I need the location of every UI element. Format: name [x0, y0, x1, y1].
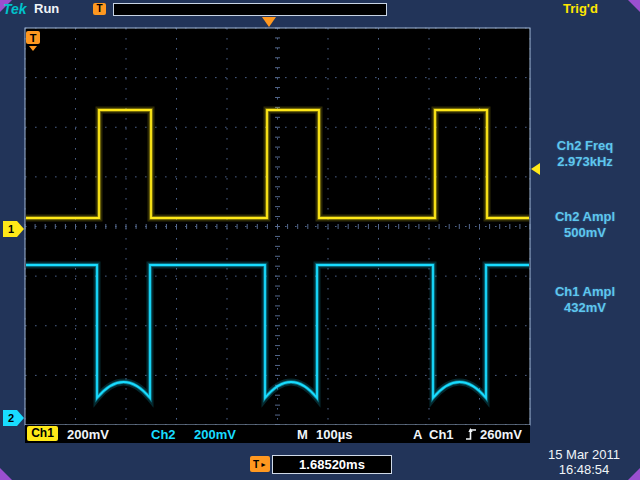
date-text: 15 Mar 2011: [528, 447, 640, 462]
trigger-position-value: 1.68520ms: [272, 455, 392, 474]
trigger-source: Ch1: [429, 427, 454, 442]
measurement-ch2-ampl: Ch2 Ampl 500mV: [530, 209, 640, 241]
rising-edge-icon: [465, 427, 477, 445]
trigger-marker-icon: T: [93, 3, 106, 15]
scale-status-bar: Ch1 200mV Ch2 200mV M 100µs A Ch1 260mV: [25, 425, 530, 443]
measurement-value: 500mV: [530, 225, 640, 241]
record-position-bar: [113, 3, 387, 16]
trigger-position-marker: [262, 17, 276, 27]
ch1-scale: 200mV: [67, 427, 109, 442]
corner-accent: [628, 0, 640, 12]
right-arrow-icon: ►: [260, 461, 267, 468]
datetime-readout: 15 Mar 2011 16:48:54: [528, 447, 640, 477]
measurement-label: Ch1 Ampl: [530, 284, 640, 300]
svg-text:1: 1: [8, 223, 14, 235]
measurement-label: Ch2 Ampl: [530, 209, 640, 225]
measurement-ch2-freq: Ch2 Freq 2.973kHz: [530, 138, 640, 170]
measurement-ch1-ampl: Ch1 Ampl 432mV: [530, 284, 640, 316]
ch2-ground-marker: 2: [3, 410, 24, 426]
svg-text:2: 2: [8, 412, 14, 424]
ch2-label: Ch2: [151, 427, 176, 442]
measurement-value: 2.973kHz: [530, 154, 640, 170]
acquisition-state: Run: [34, 1, 59, 16]
oscilloscope-screen: T12 Tek Run T Trig'd Ch2 Freq 2.973kHz C…: [0, 0, 640, 480]
tek-logo: Tek: [3, 1, 27, 17]
trigger-level: 260mV: [480, 427, 522, 442]
ch1-badge: Ch1: [27, 426, 58, 441]
trigger-status: Trig'd: [563, 1, 598, 16]
trigger-position-t: T: [253, 459, 259, 470]
measurement-value: 432mV: [530, 300, 640, 316]
trigger-mode: A: [413, 427, 422, 442]
measurement-label: Ch2 Freq: [530, 138, 640, 154]
trigger-position-icon: T ►: [250, 456, 270, 472]
ch1-ground-marker: 1: [3, 221, 24, 237]
svg-text:T: T: [30, 32, 37, 44]
timebase-scale: 100µs: [316, 427, 352, 442]
time-text: 16:48:54: [528, 462, 640, 477]
ch2-scale: 200mV: [194, 427, 236, 442]
corner-accent: [0, 468, 12, 480]
timebase-label: M: [297, 427, 308, 442]
